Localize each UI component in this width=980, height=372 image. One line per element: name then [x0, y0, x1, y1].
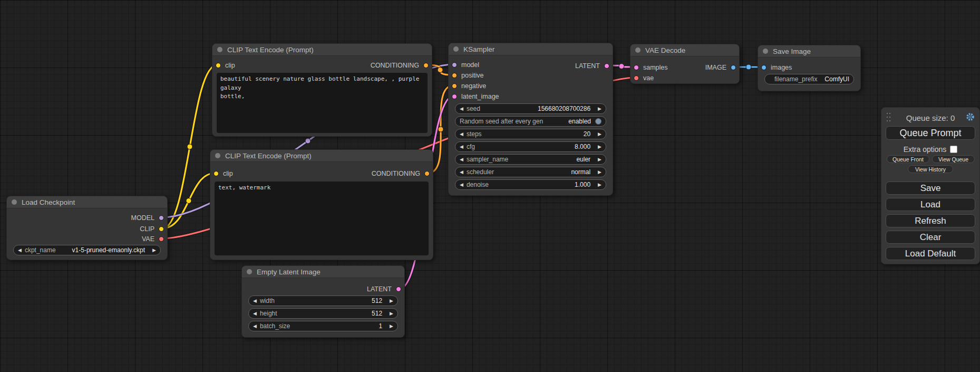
- collapse-dot-icon[interactable]: [763, 49, 768, 54]
- increment-arrow-icon[interactable]: ▶: [598, 170, 601, 175]
- model-output-slot-dot[interactable]: [159, 215, 164, 221]
- decrement-arrow-icon[interactable]: ◀: [460, 145, 463, 149]
- empty-latent-image-widget-height[interactable]: ◀height512▶: [248, 308, 398, 319]
- vae-decode-node[interactable]: VAE DecodesamplesvaeIMAGE: [630, 44, 740, 84]
- increment-arrow-icon[interactable]: ▶: [598, 183, 601, 187]
- increment-arrow-icon[interactable]: ▶: [152, 248, 156, 253]
- save-image-widget-filename_prefix[interactable]: filename_prefixComfyUI: [764, 74, 854, 84]
- clip-input-slot-dot[interactable]: [214, 171, 219, 176]
- clip-text-encode-negative-prompt-textarea[interactable]: text, watermark: [215, 182, 429, 255]
- node-title: Save Image: [773, 47, 811, 55]
- clip-text-encode-positive-node[interactable]: CLIP Text Encode (Prompt)clipCONDITIONIN…: [212, 43, 432, 137]
- collapse-dot-icon[interactable]: [635, 47, 641, 53]
- vae-output-slot-dot[interactable]: [159, 236, 164, 242]
- save-image-input-images: images: [761, 63, 792, 72]
- ksampler-widget-denoise[interactable]: ◀denoise1.000▶: [455, 179, 606, 190]
- conditioning-output-slot-dot[interactable]: [424, 171, 430, 176]
- widget-value: 512: [372, 310, 382, 317]
- collapse-dot-icon[interactable]: [453, 46, 459, 52]
- clip-output-slot-dot[interactable]: [159, 226, 164, 232]
- link-midpoint-dot[interactable]: [746, 64, 751, 70]
- extra-options-label: Extra options: [904, 145, 947, 154]
- settings-gear-icon[interactable]: [966, 112, 975, 121]
- increment-arrow-icon[interactable]: ▶: [598, 145, 601, 149]
- increment-arrow-icon[interactable]: ▶: [390, 324, 393, 329]
- latent-input-slot-dot[interactable]: [634, 65, 639, 70]
- clip-text-encode-positive-output-CONDITIONING: CONDITIONING: [371, 61, 429, 70]
- queue-prompt-button[interactable]: Queue Prompt: [886, 126, 975, 140]
- collapse-dot-icon[interactable]: [217, 47, 222, 52]
- vae-input-slot-dot[interactable]: [634, 75, 639, 81]
- ksampler-widget-steps[interactable]: ◀steps20▶: [455, 129, 606, 139]
- image-input-slot-dot[interactable]: [761, 65, 766, 70]
- link-midpoint-dot[interactable]: [305, 138, 311, 144]
- model-input-slot-dot[interactable]: [452, 62, 457, 68]
- conditioning-input-slot-dot[interactable]: [452, 83, 457, 89]
- view-history-button[interactable]: View History: [908, 165, 953, 173]
- refresh-button[interactable]: Refresh: [886, 214, 975, 227]
- save-button[interactable]: Save: [886, 182, 975, 195]
- link-midpoint-dot[interactable]: [438, 127, 443, 132]
- ksampler-widget-sampler_name[interactable]: ◀sampler_nameeuler▶: [455, 154, 606, 165]
- clear-button[interactable]: Clear: [886, 231, 975, 244]
- load-button[interactable]: Load: [886, 198, 975, 211]
- decrement-arrow-icon[interactable]: ◀: [18, 248, 22, 253]
- link-midpoint-dot[interactable]: [186, 198, 191, 204]
- empty-latent-image-node[interactable]: Empty Latent ImageLATENT◀width512▶◀heigh…: [241, 265, 405, 338]
- ksampler-widget-random-seed-after-every-gen[interactable]: Random seed after every genenabled: [455, 116, 606, 127]
- view-queue-button[interactable]: View Queue: [932, 155, 975, 163]
- increment-arrow-icon[interactable]: ▶: [598, 107, 601, 111]
- increment-arrow-icon[interactable]: ▶: [390, 299, 393, 303]
- ksampler-widget-scheduler[interactable]: ◀schedulernormal▶: [455, 167, 606, 177]
- decrement-arrow-icon[interactable]: ◀: [253, 324, 257, 329]
- graph-canvas[interactable]: Queue size: 0 Queue Prompt Extra options…: [0, 0, 980, 372]
- decrement-arrow-icon[interactable]: ◀: [253, 299, 257, 303]
- load-checkpoint-header[interactable]: Load Checkpoint: [7, 196, 167, 208]
- collapse-dot-icon[interactable]: [247, 269, 252, 274]
- decrement-arrow-icon[interactable]: ◀: [460, 157, 463, 162]
- toggle-knob-icon[interactable]: [595, 118, 601, 125]
- clip-text-encode-positive-prompt-textarea[interactable]: beautiful scenery nature glass bottle la…: [217, 73, 428, 133]
- increment-arrow-icon[interactable]: ▶: [390, 311, 393, 316]
- extra-options-checkbox[interactable]: [950, 146, 957, 153]
- ksampler-widget-seed[interactable]: ◀seed156680208700286▶: [455, 103, 606, 114]
- empty-latent-image-widget-batch_size[interactable]: ◀batch_size1▶: [248, 321, 398, 331]
- ksampler-node[interactable]: KSamplermodelpositivenegativelatent_imag…: [448, 43, 613, 196]
- widget-value: 1.000: [575, 181, 590, 188]
- load-default-button[interactable]: Load Default: [886, 247, 975, 260]
- latent-output-slot-dot[interactable]: [604, 63, 609, 69]
- decrement-arrow-icon[interactable]: ◀: [460, 107, 463, 111]
- clip-text-encode-negative-header[interactable]: CLIP Text Encode (Prompt): [210, 150, 433, 162]
- collapse-dot-icon[interactable]: [215, 153, 220, 158]
- decrement-arrow-icon[interactable]: ◀: [253, 311, 257, 316]
- load-checkpoint-node[interactable]: Load CheckpointMODELCLIPVAE◀ckpt_namev1-…: [6, 196, 168, 260]
- ksampler-widget-cfg[interactable]: ◀cfg8.000▶: [455, 141, 606, 152]
- clip-text-encode-positive-header[interactable]: CLIP Text Encode (Prompt): [212, 44, 432, 56]
- latent-input-slot-dot[interactable]: [452, 94, 457, 99]
- empty-latent-image-widget-width[interactable]: ◀width512▶: [248, 295, 398, 306]
- conditioning-input-slot-dot[interactable]: [452, 73, 457, 78]
- increment-arrow-icon[interactable]: ▶: [598, 157, 601, 162]
- clip-text-encode-negative-node[interactable]: CLIP Text Encode (Prompt)clipCONDITIONIN…: [210, 149, 433, 260]
- collapse-dot-icon[interactable]: [12, 199, 17, 205]
- image-output-slot-dot[interactable]: [731, 65, 736, 70]
- link-midpoint-dot[interactable]: [619, 64, 624, 69]
- clip-input-slot-dot[interactable]: [216, 63, 221, 68]
- latent-output-slot-dot[interactable]: [396, 287, 401, 292]
- decrement-arrow-icon[interactable]: ◀: [460, 183, 463, 187]
- load-checkpoint-widget-ckpt_name[interactable]: ◀ckpt_namev1-5-pruned-emaonly.ckpt▶: [13, 245, 161, 255]
- save-image-header[interactable]: Save Image: [758, 45, 860, 58]
- conditioning-output-slot-dot[interactable]: [423, 63, 429, 68]
- vae-decode-input-vae: vae: [634, 73, 654, 83]
- link-midpoint-dot[interactable]: [438, 68, 443, 73]
- ksampler-header[interactable]: KSampler: [449, 43, 613, 55]
- decrement-arrow-icon[interactable]: ◀: [460, 132, 463, 137]
- queue-front-button[interactable]: Queue Front: [887, 155, 929, 163]
- empty-latent-image-header[interactable]: Empty Latent Image: [242, 266, 404, 278]
- link-midpoint-dot[interactable]: [187, 144, 192, 149]
- decrement-arrow-icon[interactable]: ◀: [460, 170, 463, 175]
- node-title: CLIP Text Encode (Prompt): [225, 152, 312, 160]
- save-image-node[interactable]: Save Imageimagesfilename_prefixComfyUI: [758, 45, 861, 91]
- vae-decode-header[interactable]: VAE Decode: [630, 44, 739, 56]
- increment-arrow-icon[interactable]: ▶: [598, 132, 601, 137]
